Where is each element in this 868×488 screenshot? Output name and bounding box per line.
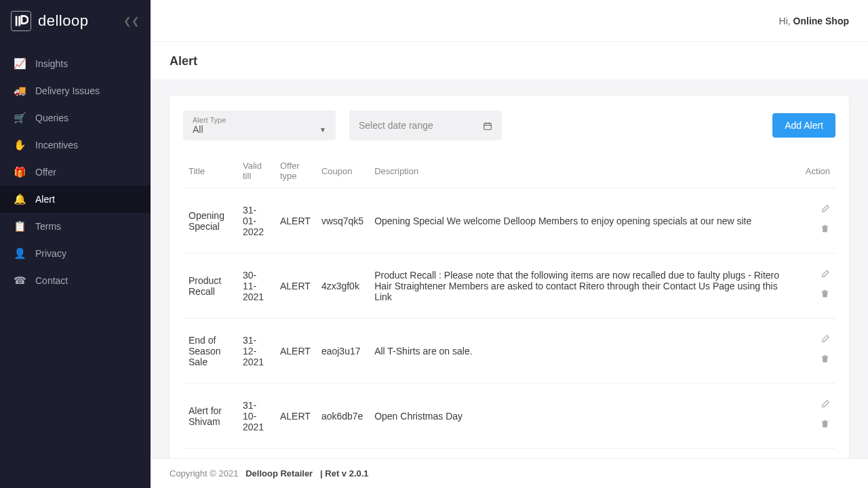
filters: Alert Type All ▼ Select date range Add A… (183, 110, 835, 140)
cell-title: End of Season Sale (183, 319, 237, 384)
sidebar-item-label: Alert (35, 194, 55, 205)
cell-coupon: eaoj3u17 (316, 319, 369, 384)
bell-icon: 🔔 (14, 193, 26, 205)
svg-rect-0 (16, 16, 18, 26)
date-placeholder: Select date range (359, 120, 433, 131)
date-range-input[interactable]: Select date range (349, 110, 502, 140)
cell-valid: 31-10-2021 (237, 384, 275, 449)
truck-icon: 🚚 (14, 85, 26, 97)
cell-type: ALERT (275, 319, 316, 384)
cell-coupon: 4zx3gf0k (316, 253, 369, 319)
chart-icon: 📈 (14, 58, 26, 70)
cell-desc: Open Christmas Day (369, 384, 800, 449)
sidebar-item-alert[interactable]: 🔔Alert (0, 186, 151, 213)
th-type: Offer type (275, 154, 316, 188)
cell-desc: Product Recall : Please note that the fo… (369, 253, 800, 319)
cell-type: ALERT (275, 253, 316, 319)
cell-title: Opening Special (183, 188, 237, 253)
sidebar-item-label: Incentives (35, 140, 78, 150)
cell-coupon: vwsq7qk5 (316, 188, 369, 253)
th-valid: Valid till (237, 154, 275, 188)
table-row: End of Season Sale31-12-2021ALERTeaoj3u1… (183, 319, 835, 384)
user-lock-icon: 👤 (14, 247, 26, 260)
cell-coupon: aok6db7e (316, 384, 369, 449)
app-version: | Ret v 2.0.1 (320, 468, 369, 479)
th-coupon: Coupon (316, 154, 369, 188)
logo-text: delloop (38, 12, 88, 30)
content: Alert Type All ▼ Select date range Add A… (151, 79, 868, 488)
page-title: Alert (151, 42, 868, 79)
delete-icon[interactable] (806, 418, 830, 430)
cell-action (800, 188, 835, 253)
cell-type: ALERT (275, 188, 316, 253)
collapse-icon[interactable]: ❮❮ (123, 16, 140, 26)
delete-icon[interactable] (806, 352, 830, 365)
edit-icon[interactable] (806, 202, 830, 214)
alert-type-value: All (193, 124, 326, 135)
sidebar-item-label: Insights (35, 58, 68, 69)
cell-action (800, 319, 835, 384)
calendar-icon (483, 120, 492, 131)
logo-icon (11, 11, 31, 31)
copyright: Copyright © 2021 (170, 468, 238, 479)
cell-valid: 31-12-2021 (237, 319, 275, 384)
cell-desc: All T-Shirts are on sale. (369, 319, 800, 384)
sidebar-item-queries[interactable]: 🛒Queries (0, 104, 151, 131)
sidebar-item-label: Terms (35, 221, 61, 232)
sidebar-item-label: Queries (35, 113, 68, 123)
sidebar-item-label: Contact (35, 275, 68, 286)
cell-title: Product Recall (183, 253, 237, 319)
edit-icon[interactable] (806, 267, 830, 279)
nav: 📈Insights 🚚Delivery Issues 🛒Queries ✋Inc… (0, 42, 151, 294)
topbar: Hi, Online Shop (151, 0, 868, 42)
sidebar-item-insights[interactable]: 📈Insights (0, 50, 151, 77)
cell-action (800, 253, 835, 319)
table-row: Product Recall30-11-2021ALERT4zx3gf0kPro… (183, 253, 835, 319)
delete-icon[interactable] (806, 287, 830, 300)
cell-type: ALERT (275, 384, 316, 449)
phone-icon: ☎ (14, 274, 26, 287)
cart-icon: 🛒 (14, 112, 26, 124)
sidebar-item-label: Delivery Issues (35, 85, 100, 96)
sidebar-item-label: Offer (35, 167, 56, 178)
sidebar-item-label: Privacy (35, 248, 66, 259)
th-desc: Description (369, 154, 800, 188)
alert-type-label: Alert Type (193, 116, 326, 124)
th-title: Title (183, 154, 237, 188)
sidebar-item-terms[interactable]: 📋Terms (0, 213, 151, 240)
cell-title: Alert for Shivam (183, 384, 237, 449)
page: Alert Alert Type All ▼ Select date range… (151, 0, 868, 488)
alerts-table: Title Valid till Offer type Coupon Descr… (183, 154, 835, 449)
edit-icon[interactable] (806, 332, 830, 344)
clipboard-icon: 📋 (14, 220, 26, 232)
sidebar-item-contact[interactable]: ☎Contact (0, 267, 151, 294)
footer: Copyright © 2021 Delloop Retailer | Ret … (151, 458, 868, 488)
cell-valid: 31-01-2022 (237, 188, 275, 253)
chevron-down-icon: ▼ (319, 126, 326, 134)
alert-type-select[interactable]: Alert Type All ▼ (183, 110, 336, 140)
th-action: Action (800, 154, 835, 188)
card: Alert Type All ▼ Select date range Add A… (170, 96, 849, 488)
hand-icon: ✋ (14, 139, 26, 151)
greeting: Hi, Online Shop (779, 16, 849, 26)
svg-rect-2 (484, 123, 492, 129)
logo-area: delloop ❮❮ (0, 0, 151, 42)
cell-action (800, 384, 835, 449)
cell-desc: Opening Special We welcome Delloop Membe… (369, 188, 800, 253)
table-row: Alert for Shivam31-10-2021ALERTaok6db7eO… (183, 384, 835, 449)
gift-icon: 🎁 (14, 166, 26, 178)
sidebar: delloop ❮❮ 📈Insights 🚚Delivery Issues 🛒Q… (0, 0, 151, 488)
shop-name: Online Shop (793, 16, 849, 26)
sidebar-item-incentives[interactable]: ✋Incentives (0, 131, 151, 159)
sidebar-item-offer[interactable]: 🎁Offer (0, 159, 151, 186)
cell-valid: 30-11-2021 (237, 253, 275, 319)
sidebar-item-privacy[interactable]: 👤Privacy (0, 240, 151, 267)
delete-icon[interactable] (806, 222, 830, 235)
app-name: Delloop Retailer (245, 468, 313, 479)
svg-rect-1 (18, 16, 20, 26)
edit-icon[interactable] (806, 397, 830, 409)
table-row: Opening Special31-01-2022ALERTvwsq7qk5Op… (183, 188, 835, 253)
sidebar-item-delivery-issues[interactable]: 🚚Delivery Issues (0, 77, 151, 104)
add-alert-button[interactable]: Add Alert (772, 113, 835, 138)
